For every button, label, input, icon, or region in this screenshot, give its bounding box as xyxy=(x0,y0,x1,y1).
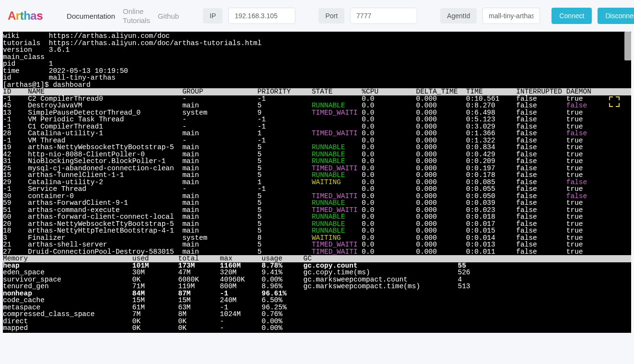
agentid-label: AgentId xyxy=(440,8,477,23)
nav-github[interactable]: Github xyxy=(157,10,180,22)
thread-row: 18 arthas-NettyHttpTelnetBootstrap-4-1 m… xyxy=(3,227,631,235)
thread-row: 42 http-nio-8088-ClientPoller-0 main 5 R… xyxy=(3,151,631,158)
memory-header: Memory used total max usage GC xyxy=(3,255,631,262)
thread-header: ID NAME GROUP PRIORITY STATE %CPU DELTA_… xyxy=(3,88,631,95)
fullscreen-icon[interactable] xyxy=(609,96,620,107)
thread-row: 25 mysql-cj-abandoned-connection-clean m… xyxy=(3,165,631,172)
thread-row: 29 Catalina-utility-2 main 1 WAITING 0.0… xyxy=(3,179,631,186)
thread-row: 21 arthas-shell-server main 5 TIMED_WAIT… xyxy=(3,241,631,248)
info-row: wiki https://arthas.aliyun.com/doc xyxy=(3,33,631,40)
info-row: version 3.6.1 xyxy=(3,47,631,54)
memory-row: metaspace 61M 63M -1 96.25% xyxy=(3,304,631,311)
terminal[interactable]: wiki https://arthas.aliyun.com/doctutori… xyxy=(3,32,631,333)
memory-row: tenured_gen 71M 119M 800M 8.96% gc.marks… xyxy=(3,283,631,290)
info-row: pid 1 xyxy=(3,60,631,68)
disconnect-button[interactable]: Disconnect xyxy=(598,8,634,24)
thread-row: 31 NioBlockingSelector.BlockPoller-1 mai… xyxy=(3,158,631,165)
memory-row: direct 0K 0K - 0.00% xyxy=(3,318,631,325)
nav-online-tutorials[interactable]: Online Tutorials xyxy=(122,5,151,27)
ip-label: IP xyxy=(203,8,223,23)
info-row: id mall-tiny-arthas xyxy=(3,74,631,82)
memory-row: eden_space 30M 47M 320M 9.41% gc.copy.ti… xyxy=(3,269,631,276)
thread-row: 19 arthas-NettyWebsocketTtyBootstrap-5 m… xyxy=(3,144,631,151)
thread-row: 28 Catalina-utility-1 main 1 TIMED_WAITI… xyxy=(3,130,631,137)
memory-row: code_cache 15M 15M 240M 6.50% xyxy=(3,297,631,304)
memory-row: mapped 0K 0K - 0.00% xyxy=(3,325,631,332)
info-row: tutorials https://arthas.aliyun.com/doc/… xyxy=(3,40,631,47)
scrollbar-thumb[interactable] xyxy=(624,32,631,60)
thread-row: 45 DestroyJavaVM main 5 RUNNABLE 0.0 0.0… xyxy=(3,102,631,109)
ip-input[interactable] xyxy=(228,8,295,24)
connect-button[interactable]: Connect xyxy=(552,8,592,24)
thread-row: 59 arthas-ForwardClient-9-1 main 5 RUNNA… xyxy=(3,200,631,207)
thread-row: -1 Service Thread - -1 0.0 0.000 0:0.055… xyxy=(3,186,631,193)
memory-row: heap 101M 173M 1160M 8.78% gc.copy.count… xyxy=(3,262,631,270)
agentid-input[interactable] xyxy=(482,8,540,24)
thread-row: 13 SimplePauseDetectorThread_0 system 9 … xyxy=(3,109,631,117)
thread-row: -1 VM Periodic Task Thread - -1 0.0 0.00… xyxy=(3,116,631,123)
memory-row: nonheap 84M 87M -1 96.61% xyxy=(3,290,631,297)
nav-documentation[interactable]: Documentation xyxy=(66,10,116,22)
logo: Arthas xyxy=(8,9,43,23)
thread-row: 60 arthas-forward-client-connect-local m… xyxy=(3,213,631,221)
memory-row: survivor_space 0K 6080K 40960K 0.00% gc.… xyxy=(3,276,631,283)
thread-row: -1 C2 CompilerThread0 - -1 0.0 0.000 0:1… xyxy=(3,95,631,103)
prompt-line: [arthas@1]$ dashboard xyxy=(3,82,631,89)
thread-row: 27 Druid-ConnectionPool-Destroy-583015 m… xyxy=(3,248,631,256)
memory-row: compressed_class_space 7M 8M 1024M 0.76% xyxy=(3,311,631,318)
thread-row: 3 Finalizer system 8 WAITING 0.0 0.000 0… xyxy=(3,235,631,242)
thread-row: 20 arthas-NettyWebsocketTtyBootstrap-5 m… xyxy=(3,221,631,228)
info-row: time 2022-05-13 10:19:50 xyxy=(3,68,631,75)
port-label: Port xyxy=(318,8,344,23)
header-bar: Arthas Documentation Online Tutorials Gi… xyxy=(0,0,634,32)
info-row: main_class xyxy=(3,54,631,61)
thread-row: -1 VM Thread - -1 0.0 0.000 0:1.322 fals… xyxy=(3,137,631,144)
port-input[interactable] xyxy=(350,8,417,24)
thread-row: -1 C1 CompilerThread1 - -1 0.0 0.000 0:3… xyxy=(3,123,631,130)
thread-row: 15 arthas-TunnelClient-1-1 main 5 RUNNAB… xyxy=(3,172,631,179)
thread-row: 51 arthas-command-execute main 5 TIMED_W… xyxy=(3,207,631,214)
thread-row: 30 container-0 main 5 TIMED_WAITI 0.0 0.… xyxy=(3,193,631,200)
